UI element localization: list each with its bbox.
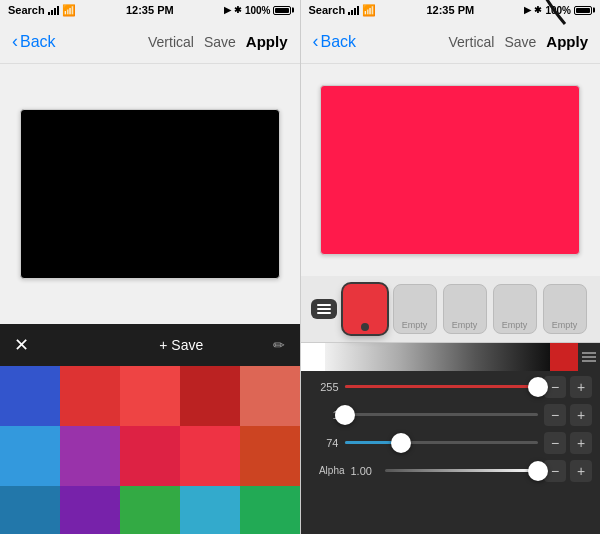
- slider-g-track[interactable]: [345, 413, 539, 416]
- color-cell-6[interactable]: [60, 426, 120, 486]
- right-wifi-icon: 📶: [362, 4, 376, 17]
- color-cell-0[interactable]: [0, 366, 60, 426]
- right-back-label[interactable]: Back: [321, 33, 357, 51]
- color-cell-13[interactable]: [180, 486, 240, 534]
- left-preview-canvas: [20, 109, 280, 279]
- slider-alpha-row: Alpha 1.00 − +: [301, 457, 601, 485]
- color-spectrum: [301, 343, 601, 371]
- right-back-button[interactable]: ‹ Back: [313, 31, 357, 52]
- color-cell-1[interactable]: [60, 366, 120, 426]
- color-cell-2[interactable]: [120, 366, 180, 426]
- left-back-chevron: ‹: [12, 31, 18, 52]
- swatch-empty-4[interactable]: Empty: [543, 284, 587, 334]
- right-search-label: Search: [309, 4, 346, 16]
- slider-alpha-track[interactable]: [385, 469, 539, 472]
- slider-b-thumb[interactable]: [391, 433, 411, 453]
- right-status-right: ▶ ✱ 100%: [524, 5, 592, 16]
- right-back-chevron: ‹: [313, 31, 319, 52]
- swatch-active-item[interactable]: [343, 284, 387, 334]
- color-cell-11[interactable]: [60, 486, 120, 534]
- swatch-menu-button[interactable]: [311, 299, 337, 319]
- swatch-empty-3[interactable]: Empty: [493, 284, 537, 334]
- left-nav-bar: ‹ Back Vertical Save Apply: [0, 20, 300, 64]
- left-apply-button[interactable]: Apply: [246, 33, 288, 50]
- color-cell-5[interactable]: [0, 426, 60, 486]
- slider-r-plus[interactable]: +: [570, 376, 592, 398]
- slider-r-track[interactable]: [345, 385, 539, 388]
- slider-r-fill: [345, 385, 539, 388]
- slider-alpha-plus[interactable]: +: [570, 460, 592, 482]
- right-signal: [348, 6, 359, 15]
- spectrum-menu-button[interactable]: [578, 343, 600, 371]
- swatch-empty-1[interactable]: Empty: [393, 284, 437, 334]
- right-apply-button[interactable]: Apply: [546, 33, 588, 50]
- slider-r-label: 255: [309, 381, 339, 393]
- slider-g-row: 1 − +: [301, 401, 601, 429]
- right-preview-area: [301, 64, 601, 276]
- left-close-button[interactable]: ✕: [14, 334, 29, 356]
- slider-g-plus[interactable]: +: [570, 404, 592, 426]
- color-cell-12[interactable]: [120, 486, 180, 534]
- left-status-bar: Search 📶 12:35 PM ▶ ✱ 100%: [0, 0, 300, 20]
- spectrum-gradient[interactable]: [325, 343, 551, 371]
- left-color-panel: ✕ + Save ✏: [0, 324, 300, 534]
- right-battery-label: 100%: [545, 5, 571, 16]
- left-battery-label: 100%: [245, 5, 271, 16]
- slider-b-plus[interactable]: +: [570, 432, 592, 454]
- color-cell-9[interactable]: [240, 426, 300, 486]
- slider-g-label: 1: [309, 409, 339, 421]
- left-wifi-icon: 📶: [62, 4, 76, 17]
- swatch-empty-2[interactable]: Empty: [443, 284, 487, 334]
- color-cell-7[interactable]: [120, 426, 180, 486]
- left-preview-area: [0, 64, 300, 324]
- color-cell-8[interactable]: [180, 426, 240, 486]
- right-nav-actions: Vertical Save Apply: [448, 33, 588, 50]
- right-battery-icon: [574, 6, 592, 15]
- swatch-empty-label-2: Empty: [452, 320, 478, 330]
- slider-r-thumb[interactable]: [528, 377, 548, 397]
- left-search-label: Search: [8, 4, 45, 16]
- right-panel: Search 📶 12:35 PM ▶ ✱ 100% ‹ Back Vertic…: [301, 0, 601, 534]
- color-mixer: 255 − + 1 − + 74: [301, 343, 601, 535]
- left-save-button[interactable]: Save: [204, 34, 236, 50]
- left-status-left: Search 📶: [8, 4, 76, 17]
- slider-alpha-controls: − +: [544, 460, 592, 482]
- right-vertical-button[interactable]: Vertical: [448, 34, 494, 50]
- color-cell-14[interactable]: [240, 486, 300, 534]
- slider-g-controls: − +: [544, 404, 592, 426]
- color-cell-4[interactable]: [240, 366, 300, 426]
- right-status-bar: Search 📶 12:35 PM ▶ ✱ 100%: [301, 0, 601, 20]
- right-save-button[interactable]: Save: [504, 34, 536, 50]
- slider-b-label: 74: [309, 437, 339, 449]
- color-cell-3[interactable]: [180, 366, 240, 426]
- left-panel: Search 📶 12:35 PM ▶ ✱ 100% ‹ Back Vertic…: [0, 0, 300, 534]
- slider-g-thumb[interactable]: [335, 405, 355, 425]
- swatch-empty-label-4: Empty: [552, 320, 578, 330]
- slider-r-controls: − +: [544, 376, 592, 398]
- left-vertical-button[interactable]: Vertical: [148, 34, 194, 50]
- slider-b-controls: − +: [544, 432, 592, 454]
- slider-b-track[interactable]: [345, 441, 539, 444]
- color-cell-10[interactable]: [0, 486, 60, 534]
- right-location-icon: ▶: [524, 5, 531, 15]
- left-battery-icon: [273, 6, 291, 15]
- left-edit-icon[interactable]: ✏: [273, 337, 285, 353]
- slider-alpha-fill: [385, 469, 539, 472]
- left-back-button[interactable]: ‹ Back: [12, 31, 56, 52]
- left-time: 12:35 PM: [126, 4, 174, 16]
- left-signal: [48, 6, 59, 15]
- slider-b-row: 74 − +: [301, 429, 601, 457]
- right-bluetooth-icon: ✱: [534, 5, 542, 15]
- slider-b-minus[interactable]: −: [544, 432, 566, 454]
- right-status-left: Search 📶: [309, 4, 377, 17]
- slider-alpha-thumb[interactable]: [528, 461, 548, 481]
- left-back-label[interactable]: Back: [20, 33, 56, 51]
- spectrum-white: [301, 343, 325, 371]
- swatches-row: Empty Empty Empty Empty: [301, 276, 601, 343]
- left-panel-save-button[interactable]: + Save: [159, 337, 203, 353]
- swatch-empty-label-1: Empty: [402, 320, 428, 330]
- slider-g-minus[interactable]: −: [544, 404, 566, 426]
- right-nav-bar: ‹ Back Vertical Save Apply: [301, 20, 601, 64]
- slider-r-row: 255 − +: [301, 373, 601, 401]
- spectrum-red: [550, 343, 578, 371]
